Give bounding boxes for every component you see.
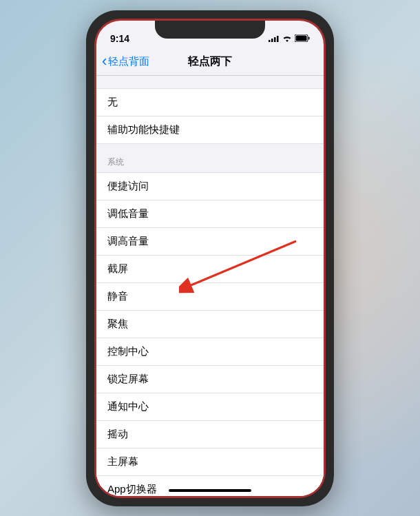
battery-icon — [295, 33, 310, 44]
option-volume-down[interactable]: 调低音量 — [96, 200, 324, 228]
svg-rect-6 — [308, 37, 310, 39]
option-accessibility-shortcut[interactable]: 辅助功能快捷键 — [96, 116, 324, 144]
phone-frame: 9:14 ‹ 轻点背面 轻点两下 — [86, 10, 334, 506]
svg-rect-2 — [274, 37, 276, 42]
option-lock-screen[interactable]: 锁定屏幕 — [96, 366, 324, 393]
signal-icon — [269, 33, 280, 44]
option-screenshot[interactable]: 截屏 — [96, 256, 324, 283]
settings-list[interactable]: 无 辅助功能快捷键 系统 便捷访问 调低音量 调高音量 截屏 静音 聚焦 控制中… — [96, 76, 324, 496]
svg-rect-1 — [271, 39, 273, 42]
phone-screen: 9:14 ‹ 轻点背面 轻点两下 — [96, 21, 324, 496]
option-app-switcher[interactable]: App切换器 — [96, 476, 324, 496]
notch — [155, 21, 265, 39]
wifi-icon — [282, 33, 292, 44]
option-mute[interactable]: 静音 — [96, 283, 324, 311]
page-title: 轻点两下 — [188, 54, 232, 69]
svg-rect-3 — [277, 36, 279, 42]
back-label: 轻点背面 — [108, 55, 149, 68]
section-header-system: 系统 — [96, 144, 324, 172]
svg-rect-0 — [269, 40, 271, 42]
svg-rect-5 — [296, 35, 307, 41]
option-volume-up[interactable]: 调高音量 — [96, 228, 324, 256]
option-notification-center[interactable]: 通知中心 — [96, 393, 324, 421]
back-button[interactable]: ‹ 轻点背面 — [102, 52, 149, 70]
navigation-bar: ‹ 轻点背面 轻点两下 — [96, 48, 324, 76]
option-none[interactable]: 无 — [96, 88, 324, 116]
status-time: 9:14 — [110, 33, 151, 44]
option-reachability[interactable]: 便捷访问 — [96, 172, 324, 200]
option-shake[interactable]: 摇动 — [96, 421, 324, 448]
chevron-left-icon: ‹ — [102, 52, 107, 70]
home-indicator[interactable] — [169, 489, 251, 492]
option-spotlight[interactable]: 聚焦 — [96, 311, 324, 338]
option-control-center[interactable]: 控制中心 — [96, 338, 324, 366]
option-home[interactable]: 主屏幕 — [96, 448, 324, 476]
